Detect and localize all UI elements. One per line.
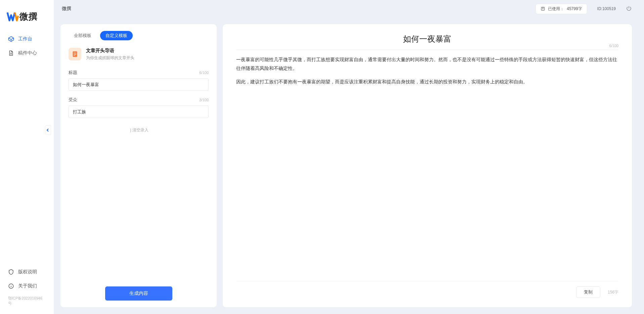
usage-label: 已使用： (548, 6, 564, 12)
usage-value: 45799字 (567, 6, 582, 12)
shield-icon (8, 269, 14, 275)
title-count: 6/100 (199, 71, 209, 75)
chevron-left-icon (46, 128, 50, 132)
document-icon (8, 50, 14, 56)
left-panel: 全部模板 自定义模板 文章开头导语 为你生成抓眼球的文章开头 标题 6/100 (60, 24, 217, 307)
sidebar-collapse-button[interactable] (45, 125, 51, 135)
generate-button[interactable]: 生成内容 (105, 286, 172, 301)
audience-count: 3/100 (199, 98, 209, 102)
template-title: 文章开头导语 (86, 48, 134, 54)
copy-button[interactable]: 复制 (576, 286, 600, 298)
tab-all-templates[interactable]: 全部模板 (69, 31, 97, 40)
icp-text: 鄂ICP备2022016946号 (0, 293, 54, 306)
tabs: 全部模板 自定义模板 (69, 31, 209, 40)
page-title: 微撰 (62, 6, 71, 12)
char-count: 156字 (608, 289, 618, 295)
cube-icon (8, 36, 14, 42)
topbar: 微撰 已使用： 45799字 ID:100519 (54, 0, 644, 17)
logo-text: 微撰 (19, 11, 38, 23)
template-card: 文章开头导语 为你生成抓眼球的文章开头 (69, 48, 209, 61)
nav-drafts[interactable]: 稿件中心 (0, 46, 54, 60)
nav-about[interactable]: 关于我们 (0, 279, 54, 293)
audience-input[interactable] (69, 106, 209, 118)
right-panel: 如何一夜暴富 6/100 一夜暴富的可能性几乎微乎其微，而打工族想要实现财富自由… (223, 24, 632, 307)
output-body[interactable]: 一夜暴富的可能性几乎微乎其微，而打工族想要实现财富自由，通常需要付出大量的时间和… (236, 55, 618, 281)
template-icon (69, 48, 81, 61)
template-desc: 为你生成抓眼球的文章开头 (86, 55, 134, 61)
sidebar: 微撰 工作台 稿件中心 版权说明 关于我们 鄂ICP备2022016946号 (0, 0, 54, 314)
nav-label: 稿件中心 (18, 50, 37, 56)
title-input[interactable] (69, 78, 209, 91)
user-id: ID:100519 (597, 6, 616, 11)
logo: 微撰 (0, 8, 54, 32)
info-icon (8, 283, 14, 289)
file-icon (71, 50, 79, 58)
text-icon (541, 6, 545, 11)
output-title-count: 6/100 (609, 44, 618, 48)
title-label: 标题 (69, 70, 77, 76)
tab-custom-templates[interactable]: 自定义模板 (100, 31, 133, 40)
power-icon (626, 5, 632, 11)
nav-label: 版权说明 (18, 269, 37, 275)
output-paragraph: 因此，建议打工族们不要抱有一夜暴富的期望，而是应该注重积累财富和提高自身技能，通… (236, 78, 618, 86)
output-title[interactable]: 如何一夜暴富 (236, 34, 618, 44)
nav-label: 工作台 (18, 36, 32, 42)
logout-button[interactable] (626, 5, 632, 12)
output-paragraph: 一夜暴富的可能性几乎微乎其微，而打工族想要实现财富自由，通常需要付出大量的时间和… (236, 55, 618, 73)
usage-badge[interactable]: 已使用： 45799字 (535, 4, 587, 14)
clear-input-button[interactable]: ❘清空录入 (69, 127, 209, 133)
nav-label: 关于我们 (18, 283, 37, 289)
nav-workspace[interactable]: 工作台 (0, 32, 54, 46)
logo-icon (7, 12, 19, 22)
nav-copyright[interactable]: 版权说明 (0, 265, 54, 279)
audience-label: 受众 (69, 97, 77, 103)
